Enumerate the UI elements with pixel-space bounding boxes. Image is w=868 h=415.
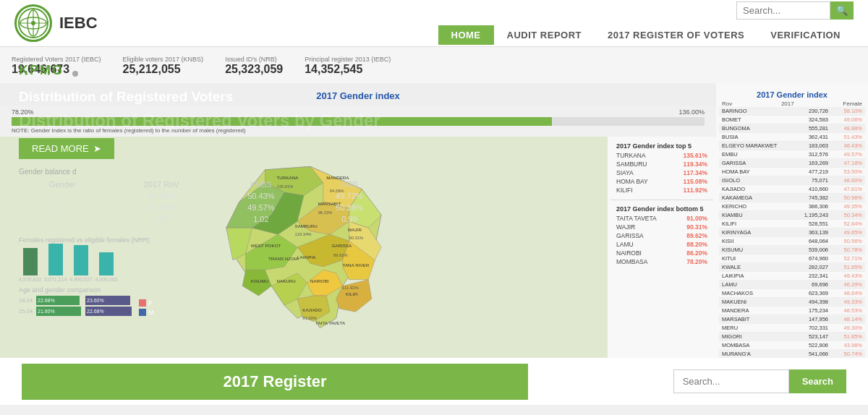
table-row: MANDERA175,23448.53% <box>719 307 865 315</box>
table-row: MACHAKOS623,36948.64% <box>719 289 865 298</box>
table-row: MOMBASA522,80643.98% <box>719 341 865 350</box>
bar-1 <box>23 248 38 275</box>
legend-f: F <box>139 299 154 307</box>
gender-table: Gender 2017 RoV KNBS NRB ♀ 49.33% 50.43%… <box>19 179 393 225</box>
logo-circle <box>14 4 52 42</box>
age-bar-m-1: 23.60% <box>85 296 130 305</box>
table-row: MAKUENI494,39849.33% <box>719 298 865 307</box>
table-row: KISII648,06450.56% <box>719 237 865 246</box>
table-row: MERU702,33149.30% <box>719 324 865 333</box>
col-rov: 2017 RoV <box>106 179 216 190</box>
slide-title: Distribution of Registered Voters <box>19 88 393 106</box>
slide-overlay-title: Distribution of Registered Voters by Gen… <box>19 111 393 132</box>
table-row: ♀ 49.33% 50.43% 49.72% <box>19 190 393 202</box>
nav-audit-report[interactable]: AUDIT REPORT <box>494 25 595 45</box>
table-row: KILIFI528,55152.84% <box>719 220 865 228</box>
females-label: Females registered vs eligible females (… <box>19 236 393 244</box>
rank-item: GARISSA 89.62% <box>616 231 707 240</box>
bar-3 <box>74 245 88 275</box>
legend-f-box <box>139 299 146 307</box>
bottom-search-input[interactable] <box>673 369 789 393</box>
table-row: KERICHO386,30649.35% <box>719 202 865 211</box>
rank-item: HOMA BAY 115.08% <box>616 177 707 186</box>
legend-m-box <box>139 309 146 316</box>
rank-item: KILIFI 111.92% <box>616 186 707 194</box>
rank-item: MOMBASA 78.20% <box>616 257 707 266</box>
header: IEBC 🔍 HOME AUDIT REPORT 2017 REGISTER O… <box>0 0 868 47</box>
age-bar-f-2: 21.60% <box>36 307 81 316</box>
right-data-table: 2017 Gender index Rov 2017 Female BARING… <box>716 83 868 358</box>
top5-list: 2017 Gender index top 5 TURKANA 135.61% … <box>610 140 713 197</box>
header-search-button[interactable]: 🔍 <box>830 1 854 20</box>
col-knbs: KNBS <box>217 179 305 190</box>
table-row: KIAMBU1,195,24350.34% <box>719 211 865 220</box>
table-row: KIRINYAGA363,13949.65% <box>719 228 865 237</box>
banner: KPMG Distribution of Registered Voters D… <box>0 47 868 358</box>
rank-item: LAMU 88.20% <box>616 240 707 249</box>
col-nrb: NRB <box>305 179 393 190</box>
legend-m: M <box>139 309 154 316</box>
table-row: ELGEYO MARAKWET183,06348.43% <box>719 142 865 150</box>
bottom5-title: 2017 Gender index bottom 5 <box>616 205 707 213</box>
rank-item: TAITA TAVETA 91.00% <box>616 214 707 223</box>
table-header: Rov 2017 Female <box>719 100 865 107</box>
gender-balance-label: Gender balance d <box>19 168 393 176</box>
read-more-button[interactable]: READ MORE ➤ <box>19 138 114 159</box>
table-row: KISUMU539,00650.78% <box>719 246 865 254</box>
rank-item: SAMBURU 119.34% <box>616 160 707 168</box>
bottom5-list: 2017 Gender index bottom 5 TAITA TAVETA … <box>610 202 713 269</box>
table-row: LAIKIPIA232,34149.43% <box>719 272 865 281</box>
rank-item: NAIROBI 86.20% <box>616 249 707 257</box>
bar-chart: 4,578,820 5,071,114 4,900,027 4,000,000 <box>19 246 393 282</box>
rank-item: SIAYA 117.34% <box>616 168 707 177</box>
rank-item: TURKANA 135.61% <box>616 151 707 160</box>
rank-item: WAJIR 90.31% <box>616 223 707 231</box>
slide-dot <box>72 71 78 77</box>
table-row: LAMU69,69646.29% <box>719 281 865 289</box>
rank-lists: 2017 Gender index top 5 TURKANA 135.61% … <box>608 137 716 358</box>
county-table-rows: BARINGO230,72658.10%BOMET324,58349.06%BU… <box>719 107 865 358</box>
table-row: HOMA BAY477,21953.50% <box>719 168 865 176</box>
table-row: BUSIA362,43151.43% <box>719 133 865 142</box>
banner-left-panel: KPMG Distribution of Registered Voters D… <box>0 47 412 358</box>
table-row: ♂ 50.67% 49.57% 50.28% <box>19 202 393 213</box>
table-row: BARINGO230,72658.10% <box>719 107 865 116</box>
header-right: 🔍 HOME AUDIT REPORT 2017 REGISTER OF VOT… <box>438 1 854 45</box>
table-row: KITUI674,96052.71% <box>719 254 865 263</box>
table-row: KAJIADO410,66047.81% <box>719 185 865 194</box>
nav-register-voters[interactable]: 2017 REGISTER OF VOTERS <box>595 25 757 45</box>
table-row: GARISSA163,26947.18% <box>719 159 865 168</box>
col-gender: Gender <box>19 179 106 190</box>
bar-chart-area: Females registered vs eligible females (… <box>19 236 393 282</box>
header-search-input[interactable] <box>736 1 830 20</box>
header-search-bar: 🔍 <box>736 1 854 20</box>
table-row: 0.97 1.02 0.99 <box>19 213 393 225</box>
nav-verification[interactable]: VERIFICATION <box>757 25 854 45</box>
register-label: 2017 Register <box>22 364 528 400</box>
logo-area: IEBC <box>14 4 98 42</box>
table-row: EMBU312,57649.57% <box>719 150 865 159</box>
nav-bar: HOME AUDIT REPORT 2017 REGISTER OF VOTER… <box>438 25 854 45</box>
top5-title: 2017 Gender index top 5 <box>616 142 707 150</box>
bottom-search-area: Search <box>673 369 846 393</box>
table-title: 2017 Gender index <box>719 86 865 100</box>
table-row: BUNGOMA555,28148.88% <box>719 124 865 133</box>
age-chart: Age and gender comparison 18-24 22.68% 2… <box>19 286 393 316</box>
table-row: MARSABIT147,95648.14% <box>719 315 865 324</box>
age-bar-f-1: 22.68% <box>36 296 80 305</box>
bottom-search-button[interactable]: Search <box>789 369 846 393</box>
table-row: BOMET324,58349.06% <box>719 116 865 124</box>
table-row: KAKAMEGA745,38250.96% <box>719 194 865 202</box>
age-chart-label: Age and gender comparison <box>19 286 393 294</box>
table-row: MIGORI523,14751.85% <box>719 333 865 341</box>
kpmg-logo: KPMG <box>19 63 64 78</box>
table-row: MURANG'A541,06650.74% <box>719 350 865 358</box>
table-row: KWALE282,02751.85% <box>719 263 865 272</box>
bar-4 <box>99 252 114 275</box>
nav-home[interactable]: HOME <box>438 25 494 45</box>
bar-2 <box>48 244 63 275</box>
logo-text: IEBC <box>59 14 98 33</box>
table-row: ISIOLO75,07148.60% <box>719 176 865 185</box>
age-bar-m-2: 22.68% <box>85 307 132 316</box>
bottom-bar: 2017 Register Search <box>0 358 868 405</box>
